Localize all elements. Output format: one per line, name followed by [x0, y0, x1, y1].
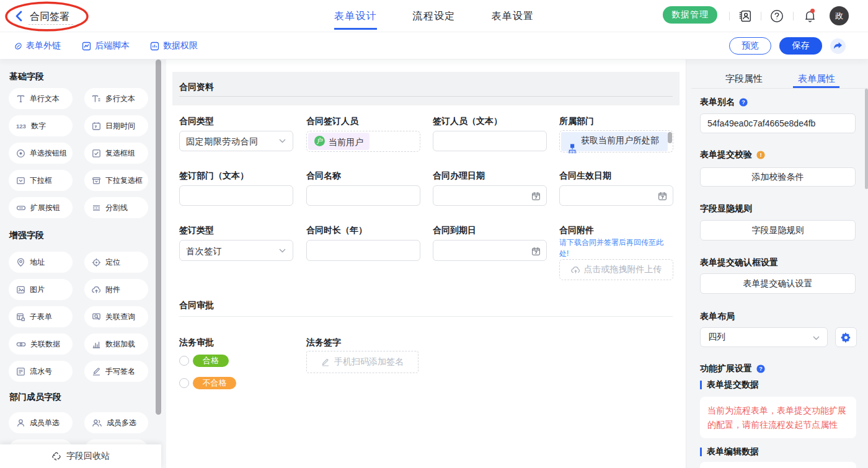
svg-text:?: ? — [759, 366, 763, 372]
svg-text:?: ? — [742, 99, 745, 105]
svg-text:!: ! — [760, 151, 761, 158]
svg-text:123: 123 — [16, 123, 26, 130]
